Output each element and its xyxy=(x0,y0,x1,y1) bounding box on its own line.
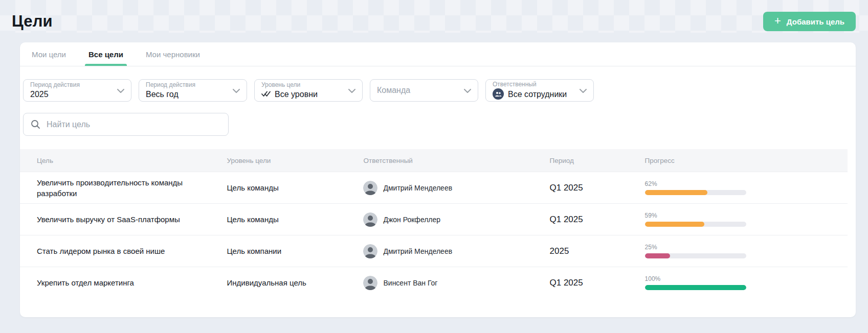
progress-percent-label: 25% xyxy=(645,244,848,251)
table-header-row: Цель Уровень цели Ответственный Период П… xyxy=(20,149,848,172)
filter-team[interactable]: Команда xyxy=(370,79,478,102)
filter-label: Период действия xyxy=(146,82,228,89)
owner-name: Винсент Ван Гог xyxy=(383,279,437,287)
search-box xyxy=(23,113,229,136)
page-header: Цели + Добавить цель xyxy=(12,8,856,35)
goal-title: Стать лидером рынка в своей нише xyxy=(20,246,227,256)
filter-value: Все уровни xyxy=(261,89,344,99)
goal-level: Цель команды xyxy=(227,215,364,224)
goal-level: Индивидуальная цель xyxy=(227,278,364,287)
add-goal-button[interactable]: + Добавить цель xyxy=(763,12,856,31)
avatar xyxy=(363,276,377,290)
filter-goal-level[interactable]: Уровень цели Все уровни xyxy=(254,79,363,102)
plus-icon: + xyxy=(774,15,781,27)
tab-all-goals[interactable]: Все цели xyxy=(87,42,125,66)
tab-my-drafts[interactable]: Мои черновики xyxy=(144,42,202,66)
filter-period-year[interactable]: Период действия 2025 xyxy=(23,79,131,102)
progress-bar-track xyxy=(645,285,746,290)
filter-placeholder: Команда xyxy=(377,86,459,95)
progress-percent-label: 59% xyxy=(645,212,848,219)
search-icon xyxy=(31,120,40,129)
goal-period: Q1 2025 xyxy=(550,183,645,193)
goal-owner: Дмитрий Менделеев xyxy=(363,181,549,195)
filter-value: Весь год xyxy=(146,89,228,99)
progress-bar-fill xyxy=(645,190,708,195)
goal-owner: Джон Рокфеллер xyxy=(363,212,549,227)
progress-bar-fill xyxy=(645,222,705,227)
goal-period: Q1 2025 xyxy=(550,278,645,288)
search-input[interactable] xyxy=(47,120,221,129)
chevron-down-icon xyxy=(464,86,471,95)
avatar xyxy=(363,181,377,195)
filters-row: Период действия 2025 Период действия Вес… xyxy=(20,66,856,102)
filter-label: Период действия xyxy=(30,82,113,89)
progress-bar-track xyxy=(645,253,746,258)
goal-title: Укрепить отдел маркетинга xyxy=(20,277,227,288)
filter-value-text: Все уровни xyxy=(275,89,318,99)
col-header-goal: Цель xyxy=(20,157,227,164)
goals-card: Мои цели Все цели Мои черновики Период д… xyxy=(20,42,856,317)
progress-bar-fill xyxy=(645,285,746,290)
goal-title: Увеличить производительность команды раз… xyxy=(20,177,227,199)
filter-value: 2025 xyxy=(30,89,113,99)
filter-label: Уровень цели xyxy=(261,82,344,89)
goal-progress: 100% xyxy=(645,275,848,290)
add-goal-button-label: Добавить цель xyxy=(787,17,844,26)
chevron-down-icon xyxy=(117,86,124,95)
goal-owner: Дмитрий Менделеев xyxy=(363,244,549,258)
filter-owner[interactable]: Ответственный Все сотрудники xyxy=(485,79,594,102)
chevron-down-icon xyxy=(580,86,587,95)
chevron-down-icon xyxy=(233,86,240,95)
tabs-bar: Мои цели Все цели Мои черновики xyxy=(20,42,856,66)
table-row[interactable]: Укрепить отдел маркетинга Индивидуальная… xyxy=(20,267,848,298)
progress-percent-label: 100% xyxy=(645,275,848,282)
people-icon xyxy=(493,88,504,100)
goal-progress: 62% xyxy=(645,180,848,195)
goal-owner: Винсент Ван Гог xyxy=(363,276,549,290)
goal-title: Увеличить выручку от SaaS-платформы xyxy=(20,214,227,225)
progress-percent-label: 62% xyxy=(645,180,848,187)
col-header-period: Период xyxy=(550,157,645,164)
table-row[interactable]: Стать лидером рынка в своей нише Цель ко… xyxy=(20,235,848,267)
col-header-progress: Прогресс xyxy=(645,157,848,164)
avatar xyxy=(363,212,377,227)
owner-name: Дмитрий Менделеев xyxy=(383,184,452,192)
goal-level: Цель команды xyxy=(227,183,364,192)
goals-page: Цели + Добавить цель Мои цели Все цели М… xyxy=(0,0,868,317)
filter-value: Все сотрудники xyxy=(493,88,575,100)
goal-level: Цель компании xyxy=(227,247,364,255)
filter-label: Ответственный xyxy=(493,81,575,88)
goal-period: 2025 xyxy=(550,246,645,256)
owner-name: Дмитрий Менделеев xyxy=(383,247,452,255)
tab-my-goals[interactable]: Мои цели xyxy=(30,42,68,66)
chevron-down-icon xyxy=(348,86,355,95)
progress-bar-fill xyxy=(645,253,671,258)
goal-period: Q1 2025 xyxy=(550,215,645,225)
avatar xyxy=(363,244,377,258)
progress-bar-track xyxy=(645,222,746,227)
table-row[interactable]: Увеличить производительность команды раз… xyxy=(20,172,848,203)
table-row[interactable]: Увеличить выручку от SaaS-платформы Цель… xyxy=(20,203,848,235)
goals-table: Цель Уровень цели Ответственный Период П… xyxy=(20,149,848,298)
goal-progress: 25% xyxy=(645,244,848,258)
goal-progress: 59% xyxy=(645,212,848,227)
page-title: Цели xyxy=(12,12,53,31)
col-header-owner: Ответственный xyxy=(363,157,549,164)
double-check-icon xyxy=(261,91,271,97)
filter-period-range[interactable]: Период действия Весь год xyxy=(139,79,247,102)
filter-value-text: Все сотрудники xyxy=(508,89,567,99)
progress-bar-track xyxy=(645,190,746,195)
owner-name: Джон Рокфеллер xyxy=(383,216,440,224)
col-header-level: Уровень цели xyxy=(227,157,364,164)
